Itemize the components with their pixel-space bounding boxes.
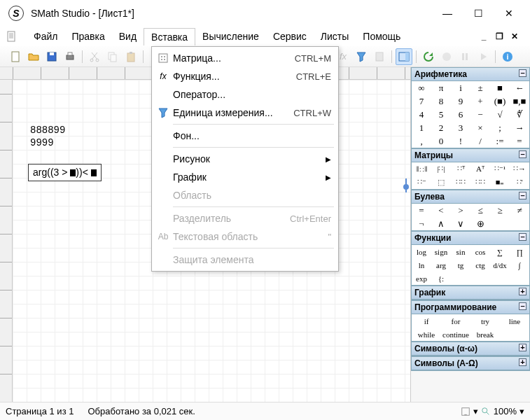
- refresh-button[interactable]: [420, 48, 437, 65]
- collapse-icon[interactable]: –: [519, 69, 526, 77]
- menu-service[interactable]: Сервис: [266, 28, 314, 45]
- menu-item[interactable]: График▶: [152, 168, 338, 186]
- palette-button[interactable]: ∞: [412, 81, 431, 94]
- palette-button[interactable]: ■₌: [490, 176, 510, 189]
- palette-button[interactable]: 6: [451, 108, 470, 121]
- palette-button[interactable]: ∷': [510, 176, 529, 189]
- palette-button[interactable]: ±: [470, 81, 490, 94]
- palette-button[interactable]: ctg: [470, 258, 490, 272]
- stop-button[interactable]: [438, 48, 455, 65]
- menu-help[interactable]: Помощь: [356, 28, 407, 45]
- palette-button[interactable]: :=: [490, 134, 510, 148]
- formula-region[interactable]: arg((3 > ))<: [28, 164, 102, 181]
- palette-button[interactable]: <: [431, 204, 451, 217]
- palette-button[interactable]: 5: [431, 108, 451, 121]
- palette-button[interactable]: i: [451, 81, 470, 94]
- palette-button[interactable]: ∷∷: [470, 176, 490, 189]
- palette-button[interactable]: ∫: [510, 258, 529, 272]
- palette-button[interactable]: 1: [412, 121, 431, 134]
- palette-button[interactable]: log: [412, 245, 431, 258]
- page-fit-icon[interactable]: [461, 407, 470, 416]
- text-region-2[interactable]: 9999: [30, 137, 54, 148]
- palette-button[interactable]: ∷→: [510, 162, 529, 176]
- cut-button[interactable]: [86, 48, 103, 65]
- palette-button[interactable]: sin: [451, 245, 470, 258]
- menu-calc[interactable]: Вычисление: [195, 28, 266, 45]
- palette-button[interactable]: tg: [451, 258, 470, 272]
- collapse-icon[interactable]: –: [519, 150, 526, 158]
- print-button[interactable]: [62, 48, 78, 65]
- palette-button[interactable]: →: [510, 121, 529, 134]
- expand-icon[interactable]: +: [519, 344, 526, 351]
- palette-button[interactable]: ∷⁻¹: [490, 162, 510, 176]
- palette-button[interactable]: ∷⁻: [412, 176, 431, 189]
- palette-button[interactable]: ■,■: [510, 94, 529, 108]
- funnel-button[interactable]: [353, 48, 370, 65]
- palette-button[interactable]: ∑: [490, 245, 510, 258]
- palette-button[interactable]: (■): [490, 94, 510, 108]
- paste-button[interactable]: [123, 48, 139, 65]
- palette-button[interactable]: ×: [470, 121, 490, 134]
- menu-item[interactable]: Оператор...: [152, 85, 338, 104]
- palette-button[interactable]: −: [470, 108, 490, 121]
- collapse-icon[interactable]: –: [519, 302, 526, 310]
- expand-icon[interactable]: +: [519, 288, 526, 295]
- mdi-minimize-button[interactable]: _: [478, 31, 489, 41]
- new-button[interactable]: [7, 48, 24, 65]
- palette-button[interactable]: ≥: [490, 204, 510, 217]
- palette-button[interactable]: ∨: [451, 217, 470, 230]
- palette-button[interactable]: ∷∷: [451, 176, 470, 189]
- palette-button[interactable]: ;: [490, 121, 510, 134]
- palette-button[interactable]: √: [490, 108, 510, 121]
- palette-button[interactable]: 2: [431, 121, 451, 134]
- palette-button[interactable]: ∧: [431, 217, 451, 230]
- menu-view[interactable]: Вид: [112, 28, 144, 45]
- palette-button[interactable]: π: [431, 81, 451, 94]
- palette-button[interactable]: try: [470, 314, 500, 328]
- palette-button[interactable]: ≤: [470, 204, 490, 217]
- play-button[interactable]: [475, 48, 491, 65]
- palette-button[interactable]: Aᵀ: [470, 162, 490, 176]
- palette-button[interactable]: ⬚: [431, 176, 451, 189]
- menu-item[interactable]: Матрица...CTRL+M: [152, 49, 338, 67]
- palette-button[interactable]: +: [470, 94, 490, 108]
- zoom-control[interactable]: ▾ 100% ▾: [461, 406, 524, 416]
- copy-button[interactable]: [104, 48, 121, 65]
- menu-insert[interactable]: Вставка: [144, 28, 195, 46]
- palette-button[interactable]: cos: [470, 245, 490, 258]
- palette-button[interactable]: ■: [490, 81, 510, 94]
- palette-button[interactable]: 9: [451, 94, 470, 108]
- palette-button[interactable]: line: [500, 314, 529, 328]
- palette-button[interactable]: >: [451, 204, 470, 217]
- palette-button[interactable]: =: [510, 134, 529, 148]
- palette-button[interactable]: ∷ᵀ: [451, 162, 470, 176]
- palette-button[interactable]: ≠: [510, 204, 529, 217]
- menu-item[interactable]: Рисунок▶: [152, 150, 338, 168]
- close-button[interactable]: ✕: [502, 6, 516, 20]
- palette-button[interactable]: break: [470, 328, 500, 341]
- palette-button[interactable]: /: [470, 134, 490, 148]
- palette-button[interactable]: ln: [412, 258, 431, 272]
- collapse-icon[interactable]: –: [519, 233, 526, 241]
- palette-button[interactable]: ∏: [510, 245, 529, 258]
- palette-button[interactable]: exp: [412, 272, 431, 285]
- menu-item[interactable]: Фон...: [152, 127, 338, 145]
- palette-button[interactable]: !: [451, 134, 470, 148]
- palette-button[interactable]: d/dx: [490, 258, 510, 272]
- mdi-restore-button[interactable]: ❐: [494, 31, 505, 41]
- palette-button[interactable]: |∷|: [431, 162, 451, 176]
- book-button[interactable]: [371, 48, 388, 65]
- palette-button[interactable]: for: [441, 314, 470, 328]
- menu-file[interactable]: Файл: [27, 28, 64, 45]
- collapse-icon[interactable]: –: [519, 192, 526, 200]
- palette-button[interactable]: 7: [412, 94, 431, 108]
- minimize-button[interactable]: —: [440, 6, 454, 20]
- palette-button[interactable]: 3: [451, 121, 470, 134]
- text-region-1[interactable]: 888899: [30, 125, 65, 136]
- palette-button[interactable]: =: [412, 204, 431, 217]
- palette-button[interactable]: ⊕: [470, 217, 490, 230]
- expand-icon[interactable]: +: [519, 358, 526, 366]
- pause-button[interactable]: [456, 48, 473, 65]
- palette-button[interactable]: ←: [510, 81, 529, 94]
- palette-button[interactable]: arg: [431, 258, 451, 272]
